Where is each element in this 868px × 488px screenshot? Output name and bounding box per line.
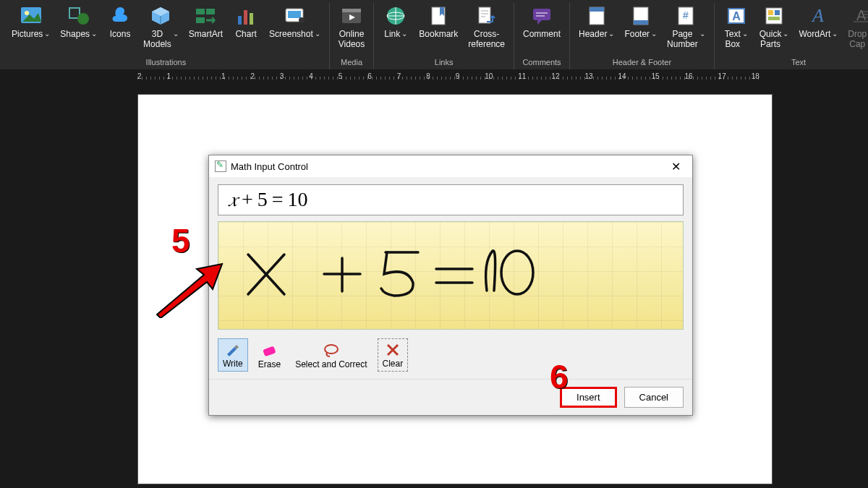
cancel-button[interactable]: Cancel (624, 387, 684, 408)
footer-button[interactable]: Footer⌄ (620, 3, 661, 51)
pen-icon (224, 341, 242, 357)
svg-point-1 (25, 11, 29, 15)
label: SmartArt (189, 29, 223, 49)
wordart-icon: A (807, 4, 830, 27)
onlinevideos-button[interactable]: Online Videos (334, 3, 369, 51)
label: Cross- reference (468, 29, 505, 49)
insert-button[interactable]: Insert (560, 387, 617, 408)
label: Select and Correct (295, 359, 367, 369)
icons-icon (109, 4, 132, 27)
close-button[interactable]: ✕ (665, 158, 686, 175)
label: Write (223, 359, 243, 369)
shapes-icon (67, 4, 90, 27)
eraser-icon (260, 342, 278, 358)
group-comments: Comment Comments (514, 3, 570, 69)
label: WordArt (799, 29, 830, 39)
quickparts-button[interactable]: Quick Parts⌄ (755, 3, 793, 51)
clear-tool[interactable]: Clear (378, 338, 409, 372)
svg-rect-31 (768, 17, 780, 20)
lasso-icon (323, 342, 340, 358)
group-label: Media (341, 56, 362, 69)
svg-text:A: A (811, 5, 824, 26)
annotation-step-5: 5 (171, 221, 190, 260)
svg-point-39 (501, 251, 533, 294)
group-links: Link⌄ Bookmark Cross- reference Links (374, 3, 514, 69)
comment-icon (530, 4, 553, 27)
group-illustrations: Pictures⌄ Shapes⌄ Icons 3D Models⌄ Smart… (3, 3, 330, 69)
textbox-icon: A (725, 4, 748, 27)
label: Erase (258, 359, 281, 369)
3dmodels-button[interactable]: 3D Models⌄ (139, 3, 183, 51)
svg-rect-9 (250, 13, 253, 25)
bookmark-button[interactable]: Bookmark (414, 3, 462, 51)
group-label: Comments (522, 56, 561, 69)
dialog-titlebar[interactable]: Math Input Control ✕ (209, 155, 692, 177)
equation-preview: 𝑥+5=10 (218, 184, 684, 215)
cube-icon (149, 4, 172, 27)
svg-rect-18 (479, 7, 490, 23)
pictures-button[interactable]: Pictures⌄ (7, 3, 54, 51)
svg-rect-11 (288, 11, 301, 18)
pagenumber-icon: # (674, 4, 697, 27)
label: Footer (624, 29, 650, 39)
label: Quick Parts (760, 29, 782, 49)
quickparts-icon (762, 4, 786, 27)
label: Header (579, 29, 607, 39)
wordart-button[interactable]: A WordArt⌄ (794, 3, 842, 51)
svg-point-3 (77, 13, 89, 25)
erase-tool[interactable]: Erase (254, 340, 285, 372)
dialog-toolbar: Write Erase Select and Correct Clear (209, 335, 692, 379)
svg-rect-30 (775, 10, 780, 15)
screenshot-button[interactable]: Screenshot⌄ (265, 3, 325, 51)
label: Comment (523, 29, 561, 49)
svg-rect-23 (634, 20, 648, 25)
svg-rect-7 (238, 16, 242, 25)
svg-text:A: A (856, 7, 867, 23)
svg-rect-6 (196, 17, 205, 23)
shapes-button[interactable]: Shapes⌄ (56, 3, 101, 51)
dropcap-button[interactable]: A Drop Cap⌄ (843, 3, 868, 51)
svg-rect-14 (342, 9, 361, 12)
icons-button[interactable]: Icons (103, 3, 137, 51)
annotation-arrow (153, 260, 226, 318)
smartart-icon (194, 4, 217, 27)
footer-icon (629, 4, 652, 27)
svg-rect-5 (206, 9, 215, 14)
annotation-step-6: 6 (550, 357, 569, 396)
svg-text:A: A (732, 10, 741, 22)
header-button[interactable]: Header⌄ (574, 3, 618, 51)
header-icon (585, 4, 608, 27)
label: Bookmark (419, 29, 458, 49)
label: Text Box (725, 29, 741, 49)
crossref-button[interactable]: Cross- reference (464, 3, 509, 51)
pagenumber-button[interactable]: # Page Number⌄ (663, 3, 710, 51)
comment-button[interactable]: Comment (519, 3, 565, 51)
ribbon: Pictures⌄ Shapes⌄ Icons 3D Models⌄ Smart… (0, 0, 868, 69)
label: Link (384, 29, 400, 39)
select-correct-tool[interactable]: Select and Correct (291, 340, 371, 372)
link-button[interactable]: Link⌄ (378, 3, 413, 51)
math-input-icon (215, 160, 226, 172)
dialog-button-bar: Insert Cancel (209, 379, 692, 415)
label: Screenshot (269, 29, 313, 39)
label: Pictures (12, 29, 43, 39)
svg-rect-21 (590, 7, 604, 12)
handwriting-canvas[interactable] (218, 221, 684, 330)
svg-rect-19 (533, 9, 550, 20)
smartart-button[interactable]: SmartArt (184, 3, 227, 51)
label: Page Number (667, 29, 698, 49)
label: 3D Models (143, 29, 171, 49)
svg-rect-8 (244, 10, 247, 25)
write-tool[interactable]: Write (218, 338, 248, 372)
link-icon (384, 4, 407, 27)
chart-button[interactable]: Chart (229, 3, 263, 51)
svg-rect-29 (768, 10, 773, 15)
label: Chart (235, 29, 256, 49)
svg-rect-40 (263, 346, 276, 357)
svg-text:#: # (684, 9, 689, 21)
video-icon (340, 4, 363, 27)
ruler[interactable]: 21123456789101112131415161718 (137, 72, 760, 84)
textbox-button[interactable]: A Text Box⌄ (719, 3, 754, 51)
group-media: Online Videos Media (330, 3, 374, 69)
svg-rect-4 (196, 9, 205, 14)
